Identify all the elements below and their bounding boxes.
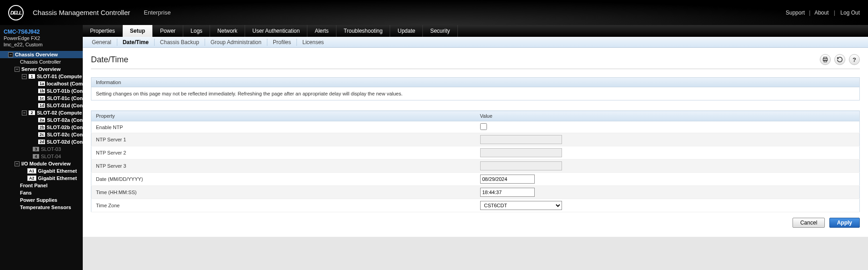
- collapse-icon[interactable]: −: [15, 161, 20, 166]
- slot-badge: 4: [33, 154, 39, 159]
- slot-badge: 2d: [38, 140, 45, 144]
- slot-badge: 2c: [38, 132, 45, 137]
- tree-chassis-overview[interactable]: − Chassis Overview: [0, 51, 83, 58]
- slot-badge: 2a: [38, 118, 45, 122]
- page-tools: ?: [820, 54, 860, 65]
- input-ntp3[interactable]: [480, 161, 562, 170]
- tree-label: localhost (Com: [47, 81, 83, 86]
- properties-table: Property Value Enable NTP NTP Server 1 N…: [91, 110, 860, 212]
- label-timezone: Time Zone: [91, 199, 476, 212]
- tab-alerts[interactable]: Alerts: [307, 25, 336, 37]
- tree-label: Chassis Overview: [15, 52, 58, 57]
- input-ntp1[interactable]: [480, 135, 562, 144]
- slot-badge: 1d: [38, 103, 45, 108]
- tree-label: SLOT-02 (Compute: [37, 110, 82, 115]
- tree-slot-02b[interactable]: 2b SLOT-02b (Con: [0, 124, 83, 131]
- tree-slot-03[interactable]: 3 SLOT-03: [0, 145, 83, 153]
- tree-label: SLOT-02b (Con: [47, 125, 83, 130]
- row-ntp-server-1: NTP Server 1: [91, 133, 860, 146]
- tab-logs[interactable]: Logs: [183, 25, 210, 37]
- label-enable-ntp: Enable NTP: [91, 121, 476, 133]
- slot-badge: 1a: [38, 81, 45, 86]
- tree-label: SLOT-02a (Con: [47, 117, 83, 123]
- tree-fans[interactable]: Fans: [0, 189, 83, 196]
- slot-badge: 2b: [38, 125, 45, 130]
- collapse-icon[interactable]: −: [22, 74, 27, 79]
- device-model: PowerEdge FX2: [0, 35, 83, 42]
- subtab-profiles[interactable]: Profiles: [267, 39, 297, 46]
- tree-label: Gigabit Ethernet: [38, 175, 77, 181]
- separator: |: [834, 10, 835, 16]
- tree-slot-01[interactable]: − 1 SLOT-01 (Compute: [0, 73, 83, 80]
- device-id[interactable]: CMC-7S6J942: [0, 27, 83, 35]
- checkbox-enable-ntp[interactable]: [480, 123, 487, 130]
- secondary-tabs: General Date/Time Chassis Backup Group A…: [83, 37, 868, 48]
- slot-badge: A2: [27, 175, 36, 181]
- app-subtitle: Enterprise: [144, 9, 171, 16]
- row-time: Time (HH:MM:SS): [91, 186, 860, 199]
- tab-setup[interactable]: Setup: [123, 25, 153, 37]
- tree-io-a2[interactable]: A2 Gigabit Ethernet: [0, 175, 83, 182]
- tree-label: Gigabit Ethernet: [38, 168, 77, 174]
- app-title: Chassis Management Controller: [33, 9, 130, 16]
- col-property: Property: [91, 111, 476, 121]
- refresh-icon[interactable]: [834, 54, 845, 65]
- tab-security[interactable]: Security: [423, 25, 457, 37]
- tree-label: Chassis Controller: [20, 59, 61, 65]
- tree-slot-01d[interactable]: 1d SLOT-01d (Con: [0, 102, 83, 109]
- tree-slot-02[interactable]: − 2 SLOT-02 (Compute: [0, 109, 83, 116]
- tree-label: SLOT-01c (Con: [47, 95, 83, 101]
- tree-label: Temperature Sensors: [20, 205, 71, 210]
- tree-io-a1[interactable]: A1 Gigabit Ethernet: [0, 167, 83, 175]
- tree-slot-04[interactable]: 4 SLOT-04: [0, 153, 83, 160]
- row-ntp-server-2: NTP Server 2: [91, 146, 860, 160]
- tree-slot-02a[interactable]: 2a SLOT-02a (Con: [0, 116, 83, 124]
- tab-troubleshooting[interactable]: Troubleshooting: [336, 25, 391, 37]
- tree-slot-01c[interactable]: 1c SLOT-01c (Con: [0, 95, 83, 102]
- tree-power-supplies[interactable]: Power Supplies: [0, 196, 83, 204]
- subtab-licenses[interactable]: Licenses: [297, 39, 329, 46]
- support-link[interactable]: Support: [786, 10, 805, 16]
- row-enable-ntp: Enable NTP: [91, 121, 860, 133]
- tab-update[interactable]: Update: [390, 25, 423, 37]
- collapse-icon[interactable]: −: [22, 110, 27, 115]
- tree-front-panel[interactable]: Front Panel: [0, 182, 83, 189]
- tree-temperature-sensors[interactable]: Temperature Sensors: [0, 204, 83, 211]
- tree-label: SLOT-01b (Con: [47, 88, 83, 94]
- tree-chassis-controller[interactable]: Chassis Controller: [0, 58, 83, 65]
- subtab-datetime[interactable]: Date/Time: [117, 39, 155, 46]
- tree-slot-02d[interactable]: 2d SLOT-02d (Con: [0, 138, 83, 145]
- tab-power[interactable]: Power: [153, 25, 183, 37]
- tree-io-overview[interactable]: − I/O Module Overview: [0, 160, 83, 167]
- slot-badge: 1c: [38, 96, 45, 100]
- tree-server-overview[interactable]: − Server Overview: [0, 65, 83, 73]
- tree-slot-01b[interactable]: 1b SLOT-01b (Con: [0, 87, 83, 95]
- collapse-icon[interactable]: −: [8, 52, 13, 57]
- tree-slot-02c[interactable]: 2c SLOT-02c (Con: [0, 131, 83, 138]
- logout-link[interactable]: Log Out: [840, 10, 860, 16]
- slot-badge: 3: [33, 147, 39, 151]
- apply-button[interactable]: Apply: [829, 218, 860, 228]
- subtab-group-administration[interactable]: Group Administration: [205, 39, 267, 46]
- help-icon[interactable]: ?: [849, 54, 860, 65]
- tree-slot-01a[interactable]: 1a localhost (Com: [0, 80, 83, 87]
- tab-network[interactable]: Network: [210, 25, 245, 37]
- input-date[interactable]: [480, 175, 535, 184]
- about-link[interactable]: About: [814, 10, 828, 16]
- select-timezone[interactable]: CST6CDT: [480, 201, 562, 210]
- page-body: Date/Time ? Information Setting changes …: [83, 48, 868, 237]
- tree-label: SLOT-04: [41, 154, 61, 159]
- input-ntp2[interactable]: [480, 148, 562, 157]
- subtab-chassis-backup[interactable]: Chassis Backup: [155, 39, 205, 46]
- input-time[interactable]: [480, 188, 535, 197]
- nav-tree: − Chassis Overview Chassis Controller − …: [0, 51, 83, 211]
- print-icon[interactable]: [820, 54, 831, 65]
- tab-user-authentication[interactable]: User Authentication: [245, 25, 307, 37]
- tab-properties[interactable]: Properties: [83, 25, 123, 37]
- subtab-general[interactable]: General: [86, 39, 117, 46]
- label-ntp2: NTP Server 2: [91, 146, 476, 160]
- primary-tabs: Properties Setup Power Logs Network User…: [83, 25, 868, 37]
- cancel-button[interactable]: Cancel: [793, 218, 825, 228]
- collapse-icon[interactable]: −: [15, 67, 20, 72]
- button-row: Cancel Apply: [91, 218, 860, 230]
